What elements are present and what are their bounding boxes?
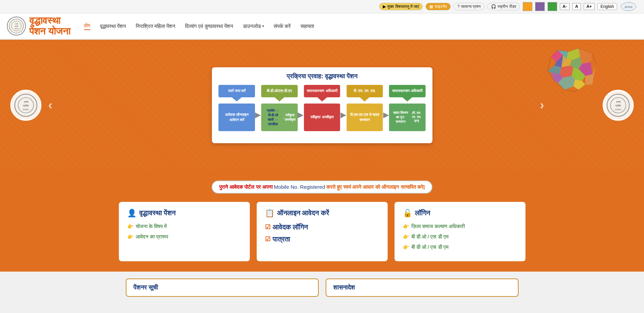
top-right-logo: एक भारत xyxy=(620,1,637,12)
marquee-text-blue: Mobile No. Registered xyxy=(274,184,327,190)
svg-text:सरकार: सरकार xyxy=(615,108,622,111)
marquee-text-red: पुराने आवेदक पोर्टल पर अपना xyxy=(219,184,273,190)
card1-link-2[interactable]: 👉 आवेदन का प्रारूप xyxy=(127,234,242,240)
faq-btn[interactable]: ? सामान्य प्रश्न xyxy=(453,3,484,10)
flowchart-title: प्रक्रिया प्रवाह: वृद्धावस्था पेंशन xyxy=(219,73,426,80)
info-section: पुराने आवेदक पोर्टल पर अपना Mobile No. R… xyxy=(0,171,644,272)
svg-marker-20 xyxy=(548,66,561,74)
nav-contact[interactable]: संपर्क करें xyxy=(274,23,291,29)
logo-area: उत्तर प्रदेश सरकार वृद्धावस्था पेंशन योज… xyxy=(7,16,70,37)
checkbox-icon-2: ☑ xyxy=(265,235,270,243)
card3-link-bdo2[interactable]: 👉 बी डी ओ / एस डी एम xyxy=(403,244,517,250)
svg-text:प्रदेश: प्रदेश xyxy=(23,104,29,107)
svg-text:सरकार: सरकार xyxy=(22,108,29,111)
main-content-btn[interactable]: ▶ मुख्य विषयवस्तु में जाएं xyxy=(379,3,423,10)
card2-link-eligibility[interactable]: ☑ पात्रता xyxy=(265,235,379,243)
site-logo: उत्तर प्रदेश सरकार xyxy=(7,17,26,36)
svg-text:उत्तर: उत्तर xyxy=(616,100,621,104)
font-normal-btn[interactable]: A xyxy=(572,3,581,10)
arrow-icon-4: 👉 xyxy=(403,234,409,240)
font-decrease-btn[interactable]: A- xyxy=(560,3,570,10)
step2-header: बी.डी.ओ/एस.डी.एम xyxy=(261,85,297,97)
step-arrow-2: ▶ xyxy=(298,85,304,131)
step-arrow-1: ▶ xyxy=(255,85,261,131)
arrow-icon: ▶ xyxy=(383,4,386,9)
color-theme-green[interactable] xyxy=(548,2,557,11)
card2-link-login[interactable]: ☑ आवेदक लॉगिन xyxy=(265,223,379,231)
dropdown-arrow-icon: ▾ xyxy=(262,24,264,28)
svg-text:प्रदेश: प्रदेश xyxy=(14,25,19,28)
up-map xyxy=(544,47,599,95)
flowchart-step-3: समाजकल्याण अधिकारी स्वीकृत/ अस्वीकृत xyxy=(304,85,340,131)
nav-home[interactable]: होम xyxy=(84,22,90,30)
flowchart-step-2: बी.डी.ओ/एस.डी.एम ग्रामीण → बी.डी.ओशहरी →… xyxy=(261,85,297,131)
flowchart-steps: फार्म जमा करें आवेदक ऑनलाइन आवेदन करें ▶… xyxy=(219,85,426,131)
step4-body: पी.एफ.एम.एस से खाता सत्यापन xyxy=(347,104,383,131)
arrow-icon-5: 👉 xyxy=(403,244,409,250)
arrow-icon-1: 👉 xyxy=(127,223,134,229)
svg-text:उत्तर: उत्तर xyxy=(23,100,29,104)
color-theme-orange[interactable] xyxy=(523,2,532,11)
form-icon: 📋 xyxy=(265,209,274,218)
main-nav: होम वृद्धावस्था पेंशन निराश्रित महिला पे… xyxy=(84,22,314,30)
step2-body: ग्रामीण → बी.डी.ओशहरी → एसडीएम ↓ स्वीकृत… xyxy=(261,104,297,131)
svg-marker-26 xyxy=(573,79,585,90)
info-card-pension: 👤 वृद्धावस्था पेंशन 👉 योजना के विषय में … xyxy=(119,202,250,261)
step3-body: स्वीकृत/ अस्वीकृत xyxy=(304,104,340,131)
card3-title: 🔓 लॉगिन xyxy=(403,209,517,218)
nav-divyang[interactable]: दिव्यांग एवं कुष्ठावस्था पेंशन xyxy=(185,23,233,29)
nav-old-age-pension[interactable]: वृद्धावस्था पेंशन xyxy=(100,23,126,29)
checkbox-icon-1: ☑ xyxy=(265,223,270,231)
card3-link-bdo1[interactable]: 👉 बी डी ओ / एस डी एम xyxy=(403,234,517,240)
svg-text:सरकार: सरकार xyxy=(14,28,19,30)
card3-link-district[interactable]: 👉 ज़िला समाज कल्याण अधिकारी xyxy=(403,223,517,229)
svg-text:प्रदेश: प्रदेश xyxy=(615,104,621,107)
accessibility-bar: ▶ मुख्य विषयवस्तु में जाएं ▦ साइटमेप ? स… xyxy=(0,0,644,13)
headphone-icon: 🎧 xyxy=(491,4,496,9)
card1-title: 👤 वृद्धावस्था पेंशन xyxy=(127,209,242,218)
flowchart-step-4: पी. एफ. एम. एस. पी.एफ.एम.एस से खाता सत्य… xyxy=(347,85,383,131)
government-order-card: शासनादेश xyxy=(326,278,519,297)
step4-header: पी. एफ. एम. एस. xyxy=(347,85,383,97)
step1-body: आवेदक ऑनलाइन आवेदन करें xyxy=(218,104,255,131)
svg-text:एक भारत: एक भारत xyxy=(624,6,633,8)
flowchart-step-1: फार्म जमा करें आवेदक ऑनलाइन आवेदन करें xyxy=(218,85,255,131)
hero-right-logo: उत्तर प्रदेश सरकार xyxy=(603,90,634,121)
marquee-banner: पुराने आवेदक पोर्टल पर अपना Mobile No. R… xyxy=(212,180,432,194)
step-arrow-3: ▶ xyxy=(340,85,346,131)
card1-link-1[interactable]: 👉 योजना के विषय में xyxy=(127,223,242,229)
color-theme-purple[interactable] xyxy=(535,2,545,11)
sitemap-btn[interactable]: ▦ साइटमेप xyxy=(426,3,451,10)
step5-body: खाता विवरण का पुन: सत्यापन(पी. एफ. एम. ए… xyxy=(389,104,425,131)
svg-text:उत्तर: उत्तर xyxy=(15,23,18,25)
nav-help[interactable]: सहायता xyxy=(300,23,314,29)
step3-header: समाजकल्याण अधिकारी xyxy=(304,85,340,97)
question-icon: ? xyxy=(457,4,460,9)
hero-section: उत्तर प्रदेश सरकार xyxy=(0,40,644,171)
info-cards: 👤 वृद्धावस्था पेंशन 👉 योजना के विषय में … xyxy=(115,202,529,261)
marquee-text-orange: करते हुए स्वयं अपने आधार को ऑनलाइन सत्या… xyxy=(326,184,425,190)
step1-header: फार्म जमा करें xyxy=(218,85,255,97)
flowchart-card: प्रक्रिया प्रवाह: वृद्धावस्था पेंशन फार्… xyxy=(212,67,432,143)
nav-destitute-women[interactable]: निराश्रित महिला पेंशन xyxy=(136,23,175,29)
step5-header: समाजकल्याण अधिकारी xyxy=(389,85,425,97)
slider-next-btn[interactable]: › xyxy=(540,98,544,113)
slider-prev-btn[interactable]: ‹ xyxy=(48,98,52,113)
lock-icon: 🔓 xyxy=(403,209,412,218)
arrow-icon-2: 👉 xyxy=(127,234,134,240)
site-title: वृद्धावस्था पेंशन योजना xyxy=(29,16,70,37)
nav-download[interactable]: डाउनलोड ▾ xyxy=(243,23,264,29)
bottom-section: पेंशनर सूची शासनादेश xyxy=(0,272,644,304)
sitemap-icon: ▦ xyxy=(429,4,433,9)
language-english-btn[interactable]: English xyxy=(597,3,617,10)
site-header: उत्तर प्रदेश सरकार वृद्धावस्था पेंशन योज… xyxy=(0,13,644,40)
arrow-icon-3: 👉 xyxy=(403,223,409,229)
svg-marker-21 xyxy=(560,66,573,78)
government-order-title: शासनादेश xyxy=(333,284,511,291)
person-icon: 👤 xyxy=(127,209,136,218)
step-arrow-4: ▶ xyxy=(383,85,389,131)
pensioner-list-title: पेंशनर सूची xyxy=(133,284,311,291)
pensioner-list-card: पेंशनर सूची xyxy=(126,278,319,297)
screenreader-btn[interactable]: 🎧 स्क्रीन रीडर xyxy=(487,3,520,10)
font-increase-btn[interactable]: A+ xyxy=(584,3,595,10)
